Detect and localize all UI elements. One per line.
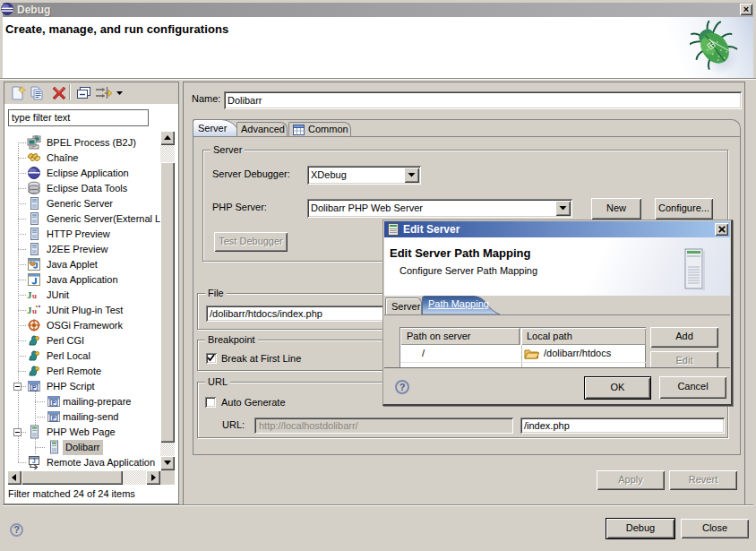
svg-text:u: u (32, 306, 37, 315)
svg-text:u: u (32, 291, 37, 300)
svg-text:P: P (52, 400, 56, 406)
svg-text:P: P (52, 415, 56, 421)
svg-text:J: J (32, 458, 36, 464)
svg-text:P: P (32, 384, 37, 391)
